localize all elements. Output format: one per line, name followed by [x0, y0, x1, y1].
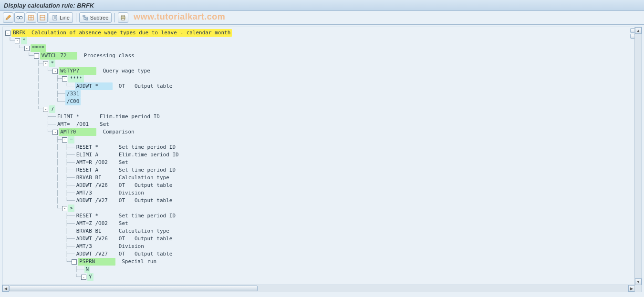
collapse-toggle[interactable]: - [52, 130, 58, 135]
tree-node-code: RESET * [75, 143, 113, 151]
tree-view[interactable]: -BRFK Calculation of absence wage types … [2, 27, 635, 285]
tree-row[interactable]: │ ├──RESET A Set time period ID [5, 166, 635, 174]
tree-row[interactable]: └─-* [5, 37, 635, 44]
tree-row[interactable]: -BRFK Calculation of absence wage types … [5, 29, 635, 37]
svg-rect-12 [83, 15, 85, 17]
svg-rect-17 [122, 19, 125, 20]
tree-row[interactable]: ├──AMT= /O01 Set [5, 121, 635, 128]
scroll-left-icon[interactable]: ◀ [2, 285, 9, 292]
tree-row[interactable]: ├──AMT=Z /O02 Set [5, 220, 635, 227]
tree-guide: ├─ [5, 266, 81, 273]
tree-row[interactable]: │ ├─-**** [5, 75, 635, 82]
collapse-toggle[interactable]: - [15, 38, 20, 43]
tree-node-desc: Calculation type [113, 227, 169, 235]
tree-row[interactable]: ├──RESET * Set time period ID [5, 212, 635, 220]
tree-node-desc: Set time period ID [113, 212, 176, 220]
tree-guide: │ ├─ [5, 143, 72, 151]
svg-point-1 [20, 16, 22, 19]
tree-node-code: > [68, 205, 74, 212]
tree-row[interactable]: └─-AMT?0 Comparison [5, 128, 635, 136]
scroll-up-icon[interactable]: ▲ [635, 27, 642, 34]
tree-row[interactable]: ├─-* [5, 60, 635, 67]
tree-node-code: 7 [49, 105, 55, 113]
collapse-toggle[interactable]: - [62, 137, 67, 143]
svg-point-0 [17, 16, 20, 19]
vertical-scrollbar[interactable]: ▲ ▼ [634, 27, 642, 285]
tree-guide: ├─ [5, 235, 72, 243]
tree-node-code: AMT/3 [75, 243, 113, 250]
tree-row[interactable]: │ ├──AMT=R /O02 Set [5, 159, 635, 166]
horizontal-scrollbar[interactable]: ◀ ▶ [2, 285, 635, 292]
subtree-button[interactable]: Subtree [79, 12, 112, 23]
tree-row[interactable]: │ ├──ADDWT /V26 OT Output table [5, 182, 635, 189]
subtree-button-label: Subtree [90, 15, 109, 20]
line-button[interactable]: Line [49, 12, 73, 23]
expand-icon[interactable] [26, 12, 36, 23]
tree-node-desc: Division [113, 189, 144, 197]
tree-row[interactable]: ├──ADDWT /V27 OT Output table [5, 250, 635, 258]
svg-rect-14 [86, 19, 88, 20]
tree-row[interactable]: │ ├──ELIMI A Elim.time period ID [5, 151, 635, 159]
tree-node-code: N [84, 266, 91, 273]
tree-row[interactable]: │ ├──/331 [5, 90, 635, 98]
tree-row[interactable]: ├──AMT/3 Division [5, 243, 635, 250]
print-icon[interactable] [118, 12, 128, 23]
tree-node-desc: Elim.time period ID [113, 151, 179, 159]
collapse-toggle[interactable]: - [24, 46, 30, 51]
tree-guide: └─ [5, 258, 72, 266]
tree-guide: │ └─ [5, 98, 62, 105]
collapse-toggle[interactable]: - [62, 76, 67, 82]
collapse-toggle[interactable]: - [5, 31, 10, 36]
tree-row[interactable]: │ ├──AMT/3 Division [5, 189, 635, 197]
tree-node-code: Y [87, 273, 93, 281]
tree-row[interactable]: └─-> [5, 205, 635, 212]
collapse-toggle[interactable]: - [34, 53, 39, 59]
change-icon[interactable] [3, 12, 13, 23]
glasses-icon[interactable] [14, 12, 25, 23]
tree-row[interactable]: ├──N [5, 266, 635, 273]
tree-row[interactable]: └─-PSPRN Special run [5, 258, 635, 266]
svg-rect-16 [122, 15, 125, 17]
tree-row[interactable]: └─-Y [5, 273, 635, 281]
tree-node-code: WGTYP? [59, 67, 96, 75]
tree-guide: │ └─ [5, 197, 72, 205]
tree-row[interactable]: │ └──/C00 [5, 98, 635, 105]
tree-node-desc: Division [113, 243, 144, 250]
tree-row[interactable]: ├──BRVAB BI Calculation type [5, 227, 635, 235]
scroll-thumb[interactable] [9, 286, 258, 291]
tree-node-desc: Set time period ID [113, 143, 176, 151]
collapse-toggle[interactable]: - [43, 61, 48, 66]
tree-row[interactable]: │ │ └──ADDWT * OT Output table [5, 82, 635, 90]
tree-guide: ├─ [5, 60, 43, 67]
tree-row[interactable]: ├──ELIMI * Elim.time period ID [5, 113, 635, 121]
tree-node-desc: OT Output table [113, 250, 173, 258]
collapse-toggle[interactable]: - [52, 69, 58, 74]
content-panel: -BRFK Calculation of absence wage types … [2, 27, 642, 292]
tree-row[interactable]: └─-VWTCL 72 Processing class [5, 52, 635, 60]
scroll-down-icon[interactable]: ▼ [635, 278, 642, 285]
document-icon [52, 15, 58, 20]
tree-row[interactable]: │ └─-WGTYP? Query wage type [5, 67, 635, 75]
tree-row[interactable]: ├──ADDWT /V26 OT Output table [5, 235, 635, 243]
title-bar: Display calculation rule: BRFK [0, 0, 644, 11]
tree-row[interactable]: └─-7 [5, 105, 635, 113]
tree-row[interactable]: │ └──ADDWT /V27 OT Output table [5, 197, 635, 205]
tree-node-code: AMT= /O01 [56, 121, 93, 128]
collapse-icon[interactable] [37, 12, 48, 23]
tree-row[interactable]: └─-**** [5, 44, 635, 52]
collapse-toggle[interactable]: - [62, 206, 67, 211]
collapse-toggle[interactable]: - [72, 259, 77, 265]
tree-row[interactable]: │ ├──RESET * Set time period ID [5, 143, 635, 151]
tree-row[interactable]: │ ├──BRVAB BI Calculation type [5, 174, 635, 182]
tree-node-code: VWTCL 72 [40, 52, 78, 60]
tree-row[interactable]: ├─-= [5, 136, 635, 143]
scroll-track[interactable] [635, 34, 642, 278]
tree-node-code: **** [68, 75, 84, 82]
scroll-track[interactable] [9, 285, 628, 292]
collapse-toggle[interactable]: - [43, 107, 48, 112]
collapse-toggle[interactable]: - [81, 275, 86, 280]
tree-guide: │ ├─ [5, 75, 62, 82]
tree-guide: ├─ [5, 113, 52, 121]
tree-node-code: AMT?0 [59, 128, 96, 136]
scroll-right-icon[interactable]: ▶ [628, 285, 635, 292]
